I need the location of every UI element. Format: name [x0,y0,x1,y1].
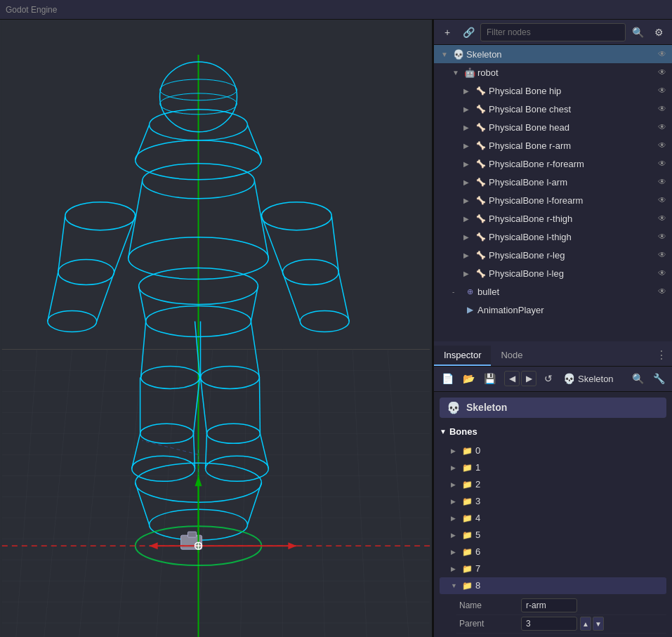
add-node-button[interactable]: + [438,23,456,41]
eye-robot[interactable]: 👁 [655,67,669,77]
animplayer-icon: ▶ [463,303,476,316]
tree-item-skeleton[interactable]: ▼ 💀 Skeleton 👁 [434,45,672,63]
physbone-rarm-icon: 🦴 [475,139,487,152]
bone-item-2[interactable]: ▶ 📁 2 [440,476,666,493]
eye-physbone-hip[interactable]: 👁 [655,86,669,96]
bone-item-7[interactable]: ▶ 📁 7 [440,560,666,577]
tree-label-physbone-hip: Physical Bone hip [489,86,654,96]
bone-item-4[interactable]: ▶ 📁 4 [440,510,666,527]
bone-folder-icon-4: 📁 [462,513,473,523]
expand-arrow-physbone-lleg[interactable]: ▶ [463,270,473,277]
expand-arrow-physbone-rthigh[interactable]: ▶ [463,215,473,223]
open-folder-button[interactable]: 📂 [459,369,477,388]
eye-physbone-chest[interactable]: 👁 [655,104,669,114]
tree-item-physbone-lforearm[interactable]: ▶ 🦴 PhysicalBone l-forearm 👁 [434,191,672,209]
inspector-area: Inspector Node ⋮ 📄 📂 💾 ◀ ▶ ↺ 💀 Skeleton … [434,341,672,638]
inspector-content: 💀 Skeleton ▼ Bones ▶ 📁 0 [434,392,672,638]
stepper-up-parent[interactable]: ▲ [580,617,591,631]
physbone-chest-icon: 🦴 [475,103,487,115]
tree-item-physbone-chest[interactable]: ▶ 🦴 Physical Bone chest 👁 [434,100,672,118]
expand-arrow-physbone-chest[interactable]: ▶ [463,105,473,113]
bone-expand-3: ▶ [451,498,459,505]
tree-label-bullet: bullet [477,287,654,297]
bone-item-1[interactable]: ▶ 📁 1 [440,459,666,476]
bone-item-0[interactable]: ▶ 📁 0 [440,442,666,459]
stepper-down-parent[interactable]: ▼ [593,617,604,631]
eye-skeleton[interactable]: 👁 [655,49,669,59]
search-nodes-button[interactable]: 🔍 [628,23,647,41]
scene-settings-button[interactable]: ⚙ [650,23,668,41]
tree-item-physbone-rarm[interactable]: ▶ 🦴 Physical Bone r-arm 👁 [434,136,672,155]
tab-inspector[interactable]: Inspector [434,346,491,366]
save-button[interactable]: 💾 [480,369,499,388]
prop-value-parent: ▲ ▼ [521,617,664,631]
inspector-class-name: Skeleton [466,402,507,413]
eye-physbone-lleg[interactable]: 👁 [655,268,669,278]
expand-arrow-physbone-lthigh[interactable]: ▶ [463,233,473,241]
bone-item-3[interactable]: ▶ 📁 3 [440,493,666,510]
link-scene-button[interactable]: 🔗 [459,23,477,41]
physbone-rthigh-icon: 🦴 [475,212,487,225]
prop-input-name[interactable] [521,598,577,612]
expand-arrow-physbone-rforearm[interactable]: ▶ [463,160,473,168]
eye-physbone-rleg[interactable]: 👁 [655,250,669,260]
bone-expand-1: ▶ [451,464,459,471]
nav-prev-button[interactable]: ◀ [504,371,520,386]
bones-list: ▶ 📁 0 ▶ 📁 1 ▶ 📁 2 [440,442,666,638]
inspector-menu-button[interactable]: ⋮ [651,345,672,366]
expand-arrow-physbone-lforearm[interactable]: ▶ [463,197,473,204]
filter-nodes-input[interactable] [480,23,626,41]
expand-arrow-physbone-head[interactable]: ▶ [463,124,473,131]
eye-physbone-rarm[interactable]: 👁 [655,140,669,150]
eye-physbone-head[interactable]: 👁 [655,122,669,132]
skeleton-icon: 💀 [452,48,465,60]
bone-folder-icon-3: 📁 [462,497,473,506]
eye-bullet[interactable]: 👁 [655,287,669,296]
nav-history-button[interactable]: ↺ [539,369,558,388]
eye-physbone-lthigh[interactable]: 👁 [655,232,669,242]
bone-item-5[interactable]: ▶ 📁 5 [440,527,666,544]
nav-next-button[interactable]: ▶ [521,371,536,386]
physbone-lleg-icon: 🦴 [475,267,487,280]
prop-input-parent[interactable] [521,617,577,631]
expand-arrow-physbone-rarm[interactable]: ▶ [463,142,473,150]
tree-item-physbone-larm[interactable]: ▶ 🦴 PhysicalBone l-arm 👁 [434,173,672,191]
expand-arrow-robot[interactable]: ▼ [452,69,462,77]
viewport-3d[interactable] [0,20,433,637]
expand-arrow-physbone-rleg[interactable]: ▶ [463,251,473,259]
new-script-button[interactable]: 📄 [438,369,456,388]
tree-label-physbone-lleg: PhysicalBone l-leg [489,268,654,279]
property-row-parent: Parent ▲ ▼ [456,615,666,633]
tree-item-animplayer[interactable]: ▶ AnimationPlayer [434,301,672,319]
bone-label-6: 6 [475,546,480,557]
tree-item-physbone-head[interactable]: ▶ 🦴 Physical Bone head 👁 [434,118,672,136]
eye-physbone-lforearm[interactable]: 👁 [655,195,669,205]
tree-item-physbone-rthigh[interactable]: ▶ 🦴 PhysicalBone r-thigh 👁 [434,209,672,228]
tree-label-animplayer: AnimationPlayer [477,305,669,315]
eye-physbone-rthigh[interactable]: 👁 [655,214,669,223]
tree-item-physbone-rforearm[interactable]: ▶ 🦴 PhysicalBone r-forearm 👁 [434,155,672,173]
tree-item-physbone-hip[interactable]: ▶ 🦴 Physical Bone hip 👁 [434,81,672,100]
inspector-class-title: 💀 Skeleton [440,398,666,418]
tree-item-physbone-lthigh[interactable]: ▶ 🦴 PhysicalBone l-thigh 👁 [434,228,672,246]
prop-value-name [521,598,664,612]
eye-physbone-rforearm[interactable]: 👁 [655,159,669,169]
inspector-wrench-button[interactable]: 🔧 [650,369,668,388]
tree-item-physbone-lleg[interactable]: ▶ 🦴 PhysicalBone l-leg 👁 [434,264,672,282]
top-bar-title: Godot Engine [6,5,57,15]
bone-item-6[interactable]: ▶ 📁 6 [440,544,666,560]
eye-physbone-larm[interactable]: 👁 [655,177,669,187]
tab-node[interactable]: Node [491,346,532,366]
bone-item-8[interactable]: ▼ 📁 8 [440,577,666,594]
expand-arrow-skeleton[interactable]: ▼ [441,51,451,58]
tree-item-robot[interactable]: ▼ 🤖 robot 👁 [434,63,672,81]
expand-arrow-bullet[interactable]: - [452,288,462,296]
bone-expand-4: ▶ [451,515,459,522]
tree-item-bullet[interactable]: - ⊕ bullet 👁 [434,282,672,301]
tree-item-physbone-rleg[interactable]: ▶ 🦴 PhysicalBone r-leg 👁 [434,246,672,264]
expand-arrow-physbone-larm[interactable]: ▶ [463,178,473,186]
svg-line-70 [259,377,260,433]
bones-section-header[interactable]: ▼ Bones [440,423,666,440]
inspector-search-button[interactable]: 🔍 [628,369,647,388]
expand-arrow-physbone-hip[interactable]: ▶ [463,87,473,95]
